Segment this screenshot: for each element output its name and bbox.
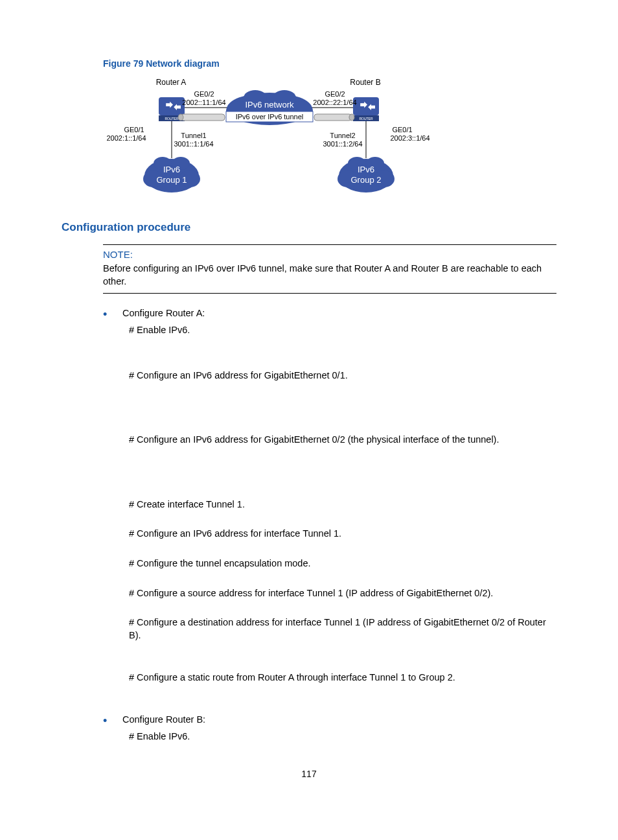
ipv6-network-cloud-icon: IPv6 network IPv6 over IPv6 tunnel: [226, 90, 313, 125]
group1-cloud-icon: IPv6 Group 1: [143, 157, 200, 192]
group2-cloud-icon: IPv6 Group 2: [338, 157, 395, 192]
note-box: NOTE: Before configuring an IPv6 over IP…: [103, 244, 556, 294]
config-a-block: • Configure Router A:: [103, 308, 556, 321]
step-a4: # Configure an IPv6 address for interfac…: [129, 528, 556, 541]
step-b0: # Enable IPv6.: [129, 730, 556, 743]
step-a3: # Create interface Tunnel 1.: [129, 498, 556, 511]
label-router-a: Router A: [156, 78, 187, 87]
bullet-icon: •: [103, 714, 107, 727]
note-text: Before configuring an IPv6 over IPv6 tun…: [103, 262, 556, 288]
svg-point-19: [349, 114, 354, 121]
svg-text:Group 1: Group 1: [157, 175, 187, 185]
step-a2: # Configure an IPv6 address for GigabitE…: [129, 434, 556, 447]
label-tunnel2: Tunnel2: [330, 132, 355, 139]
label-addr-ge02-right: 2002::22:1/64: [313, 99, 356, 106]
label-addr-ge01-left: 2002:1::1/64: [106, 134, 146, 142]
section-heading: Configuration procedure: [62, 221, 556, 234]
svg-text:Group 2: Group 2: [351, 175, 382, 185]
page: Figure 79 Network diagram Router A Route…: [0, 0, 618, 805]
page-number: 117: [62, 769, 556, 779]
label-tunnel1: Tunnel1: [181, 132, 206, 139]
label-addr-tunnel2: 3001::1:2/64: [323, 140, 362, 148]
svg-rect-17: [314, 114, 352, 121]
label-addr-ge02-left: 2002::11:1/64: [182, 99, 225, 106]
svg-text:ROUTER: ROUTER: [359, 117, 373, 121]
figure-caption: Figure 79 Network diagram: [103, 58, 556, 69]
svg-point-18: [178, 114, 183, 121]
label-router-b: Router B: [350, 78, 380, 87]
label-ge01-left: GE0/1: [124, 126, 144, 134]
step-a6: # Configure a source address for interfa…: [129, 587, 556, 600]
svg-text:IPv6: IPv6: [163, 165, 180, 174]
svg-rect-16: [181, 114, 225, 121]
config-b-block: • Configure Router B:: [103, 714, 556, 727]
label-ge02-left: GE0/2: [194, 90, 214, 98]
label-addr-ge01-right: 2002:3::1/64: [390, 134, 429, 142]
step-a8: # Configure a static route from Router A…: [129, 671, 556, 684]
svg-text:ROUTER: ROUTER: [165, 117, 179, 121]
config-a-head: Configure Router A:: [122, 308, 205, 318]
svg-text:IPv6 over IPv6 tunnel: IPv6 over IPv6 tunnel: [236, 113, 304, 121]
label-ge02-right: GE0/2: [325, 90, 345, 98]
step-a7: # Configure a destination address for in…: [129, 616, 556, 642]
step-a5: # Configure the tunnel encapsulation mod…: [129, 557, 556, 570]
label-addr-tunnel1: 3001::1:1/64: [174, 140, 213, 148]
svg-text:IPv6 network: IPv6 network: [245, 100, 294, 110]
config-b-head: Configure Router B:: [122, 714, 205, 725]
note-label: NOTE:: [103, 249, 556, 260]
router-b-icon: ROUTER: [353, 97, 379, 121]
bullet-icon: •: [103, 308, 107, 321]
svg-text:IPv6: IPv6: [358, 165, 374, 174]
label-ge01-right: GE0/1: [392, 126, 412, 134]
network-diagram: Router A Router B ROUTER ROUTER GE0/2 20…: [103, 75, 556, 202]
step-a0: # Enable IPv6.: [129, 324, 556, 337]
step-a1: # Configure an IPv6 address for GigabitE…: [129, 369, 556, 382]
